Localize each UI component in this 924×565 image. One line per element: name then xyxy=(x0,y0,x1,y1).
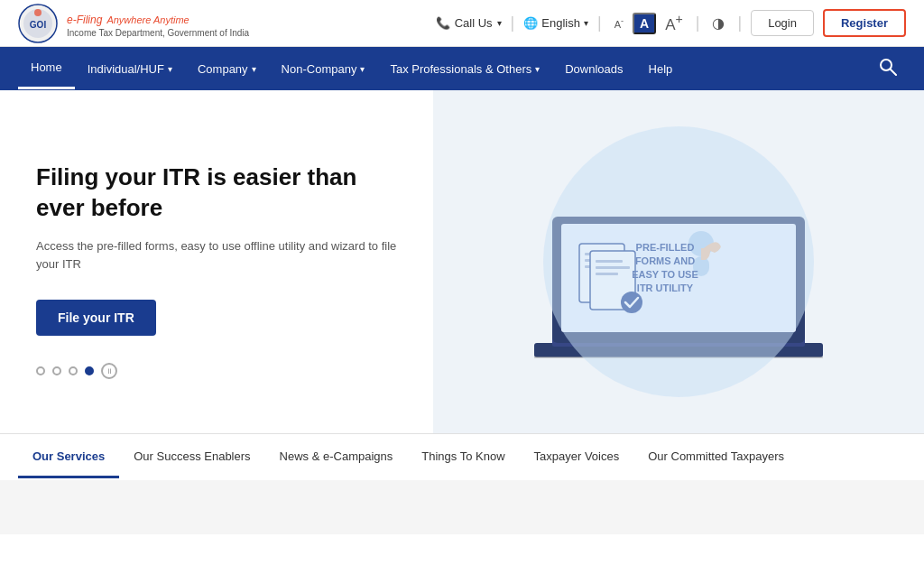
nav-item-company[interactable]: Company ▾ xyxy=(185,50,269,88)
bottom-strip xyxy=(0,480,924,534)
nav-bar: Home Individual/HUF ▾ Company ▾ Non-Comp… xyxy=(0,47,924,90)
top-bar: GOI e-Filing Anywhere Anytime Income Tax… xyxy=(0,0,924,47)
nav-item-taxpro[interactable]: Tax Professionals & Others ▾ xyxy=(377,50,552,88)
logo-subtitle: Income Tax Department, Government of Ind… xyxy=(67,28,249,38)
contrast-button[interactable]: ◑ xyxy=(708,13,728,33)
register-button[interactable]: Register xyxy=(823,9,906,37)
tab-our-services[interactable]: Our Services xyxy=(18,437,119,478)
tab-committed-taxpayers[interactable]: Our Committed Taxpayers xyxy=(633,437,799,478)
tab-things-to-know[interactable]: Things To Know xyxy=(407,437,519,478)
tab-things-to-know-label: Things To Know xyxy=(421,449,504,463)
nav-items: Home Individual/HUF ▾ Company ▾ Non-Comp… xyxy=(18,48,870,89)
nav-item-downloads[interactable]: Downloads xyxy=(552,50,635,88)
nav-individual-chevron: ▾ xyxy=(168,64,172,74)
logo-title: e-Filing Anywhere Anytime xyxy=(67,9,249,28)
tab-committed-taxpayers-label: Our Committed Taxpayers xyxy=(648,449,784,463)
file-itr-button[interactable]: File your ITR xyxy=(36,300,156,336)
hero-title: Filing your ITR is easier than ever befo… xyxy=(36,162,397,224)
tab-taxpayer-voices[interactable]: Taxpayer Voices xyxy=(520,437,634,478)
svg-line-5 xyxy=(891,69,896,75)
tab-news-ecampaigns-label: News & e-Campaigns xyxy=(280,449,393,463)
font-normal-button[interactable]: A xyxy=(633,13,656,34)
hero-bg-circle xyxy=(543,126,814,397)
divider-2: | xyxy=(597,14,602,32)
call-us-button[interactable]: 📞 Call Us ▾ xyxy=(436,16,502,30)
nav-noncompany-label: Non-Company xyxy=(282,62,357,76)
tab-our-services-label: Our Services xyxy=(32,449,105,463)
nav-company-label: Company xyxy=(198,62,248,76)
hero-section: Filing your ITR is easier than ever befo… xyxy=(0,90,924,433)
nav-taxpro-chevron: ▾ xyxy=(535,64,540,74)
tab-news-ecampaigns[interactable]: News & e-Campaigns xyxy=(265,437,408,478)
carousel-dot-1[interactable] xyxy=(36,366,45,375)
nav-home-label: Home xyxy=(31,60,62,74)
carousel-pause-button[interactable]: ⏸ xyxy=(101,363,117,379)
divider-1: | xyxy=(511,14,515,32)
svg-point-4 xyxy=(881,60,892,70)
nav-item-noncompany[interactable]: Non-Company ▾ xyxy=(269,50,378,88)
nav-item-individual[interactable]: Individual/HUF ▾ xyxy=(75,50,185,88)
emblem-icon: GOI xyxy=(18,4,58,43)
font-large-button[interactable]: A+ xyxy=(661,10,687,36)
call-us-label: Call Us xyxy=(455,16,493,30)
divider-4: | xyxy=(737,14,742,32)
carousel-dot-4[interactable] xyxy=(85,366,94,375)
carousel-dot-3[interactable] xyxy=(69,366,78,375)
tab-success-enablers-label: Our Success Enablers xyxy=(134,449,250,463)
call-us-chevron: ▾ xyxy=(497,18,502,28)
hero-subtitle: Access the pre-filled forms, easy to use… xyxy=(36,237,397,273)
nav-item-help[interactable]: Help xyxy=(636,50,686,88)
phone-icon: 📞 xyxy=(436,16,450,30)
nav-downloads-label: Downloads xyxy=(565,62,623,76)
nav-item-home[interactable]: Home xyxy=(18,48,75,89)
efiling-text: e-Filing xyxy=(67,14,102,26)
font-small-button[interactable]: A- xyxy=(611,14,627,32)
font-controls: A- A A+ xyxy=(611,10,687,36)
language-selector[interactable]: 🌐 English ▾ xyxy=(523,16,588,30)
carousel-dot-2[interactable] xyxy=(52,366,61,375)
hero-right: PRE-FILLED FORMS AND EASY TO USE ITR UTI… xyxy=(433,90,924,433)
tab-success-enablers[interactable]: Our Success Enablers xyxy=(119,437,264,478)
svg-text:GOI: GOI xyxy=(30,20,47,30)
carousel-dots: ⏸ xyxy=(36,363,397,379)
nav-noncompany-chevron: ▾ xyxy=(360,64,365,74)
search-icon xyxy=(879,58,897,76)
login-button[interactable]: Login xyxy=(751,10,814,36)
nav-help-label: Help xyxy=(649,62,673,76)
hero-left: Filing your ITR is easier than ever befo… xyxy=(0,90,433,433)
nav-company-chevron: ▾ xyxy=(252,64,256,74)
logo-text: e-Filing Anywhere Anytime Income Tax Dep… xyxy=(67,9,249,38)
search-button[interactable] xyxy=(870,49,906,89)
pause-icon: ⏸ xyxy=(106,367,113,375)
top-bar-right: 📞 Call Us ▾ | 🌐 English ▾ | A- A A+ | ◑ … xyxy=(436,9,906,37)
nav-individual-label: Individual/HUF xyxy=(88,62,164,76)
logo-section: GOI e-Filing Anywhere Anytime Income Tax… xyxy=(18,4,249,43)
tagline-text: Anywhere Anytime xyxy=(106,14,189,25)
divider-3: | xyxy=(696,14,700,32)
language-label: English xyxy=(541,16,580,30)
globe-icon: 🌐 xyxy=(523,16,538,30)
language-chevron: ▾ xyxy=(584,18,588,28)
tab-taxpayer-voices-label: Taxpayer Voices xyxy=(534,449,620,463)
bottom-tabs: Our Services Our Success Enablers News &… xyxy=(0,433,924,480)
svg-point-3 xyxy=(34,9,42,16)
nav-taxpro-label: Tax Professionals & Others xyxy=(390,62,531,76)
